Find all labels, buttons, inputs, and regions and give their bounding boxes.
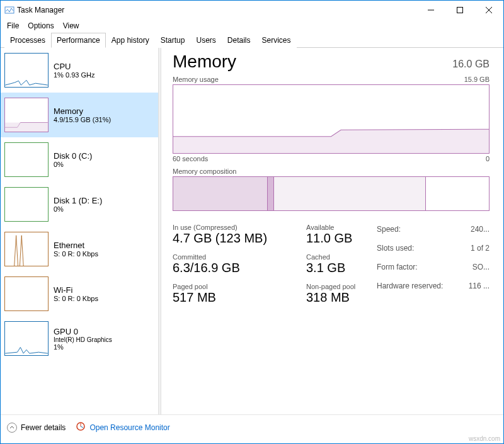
memory-usage-graph[interactable]	[173, 84, 490, 154]
footer: Fewer details Open Resource Monitor	[1, 414, 503, 440]
cpu-sub: 1% 0.93 GHz	[54, 71, 94, 79]
nonpaged-value: 318 MB	[306, 290, 369, 305]
tabstrip: Processes Performance App history Startu…	[1, 32, 503, 48]
svg-line-12	[81, 426, 83, 428]
wifi-thumb	[4, 276, 49, 311]
comp-free	[426, 177, 489, 210]
cached-value: 3.1 GB	[306, 261, 369, 275]
svg-line-9	[21, 236, 23, 266]
hwres-label: Hardware reserved:	[377, 282, 443, 290]
available-label: Available	[306, 224, 369, 231]
window-controls	[416, 1, 503, 20]
speed-label: Speed:	[377, 225, 401, 234]
sidebar-item-cpu[interactable]: CPU1% 0.93 GHz	[1, 48, 158, 93]
sidebar-item-disk0[interactable]: Disk 0 (C:)0%	[1, 137, 158, 182]
committed-value: 6.3/16.9 GB	[173, 261, 299, 275]
menubar: File Options View	[1, 20, 503, 32]
maximize-button[interactable]	[445, 1, 474, 20]
window-title: Task Manager	[17, 6, 64, 14]
memory-thumb	[4, 98, 49, 132]
disk0-sub: 0%	[54, 161, 92, 168]
eth-name: Ethernet	[54, 241, 98, 250]
gpu-name: GPU 0	[54, 327, 112, 336]
disk1-thumb	[4, 187, 49, 222]
disk0-name: Disk 0 (C:)	[54, 151, 92, 161]
task-manager-icon	[4, 5, 14, 15]
tab-details[interactable]: Details	[222, 33, 256, 48]
sidebar-item-disk1[interactable]: Disk 1 (D: E:)0%	[1, 182, 158, 227]
available-value: 11.0 GB	[306, 231, 369, 246]
inuse-label: In use (Compressed)	[173, 224, 299, 231]
disk1-sub: 0%	[54, 205, 102, 213]
titlebar[interactable]: Task Manager	[1, 1, 503, 20]
menu-view[interactable]: View	[63, 21, 79, 30]
sidebar-item-gpu[interactable]: GPU 0Intel(R) HD Graphics1%	[1, 316, 158, 361]
watermark: wsxdn.com	[469, 435, 500, 442]
detail-title: Memory	[173, 52, 236, 72]
gpu-thumb	[4, 321, 49, 356]
memory-sub: 4.9/15.9 GB (31%)	[54, 116, 111, 123]
detail-pane: Memory 16.0 GB Memory usage15.9 GB 60 se…	[161, 48, 503, 414]
perf-sidebar[interactable]: CPU1% 0.93 GHz Memory4.9/15.9 GB (31%) D…	[1, 48, 158, 414]
slots-label: Slots used:	[377, 244, 414, 253]
fewer-details-link[interactable]: Fewer details	[21, 423, 66, 432]
svg-rect-2	[457, 8, 463, 13]
close-button[interactable]	[474, 1, 503, 20]
cpu-name: CPU	[54, 62, 94, 71]
sidebar-item-ethernet[interactable]: EthernetS: 0 R: 0 Kbps	[1, 227, 158, 271]
minimize-button[interactable]	[416, 1, 445, 20]
comp-label: Memory composition	[173, 168, 236, 175]
svg-line-8	[20, 236, 21, 266]
wifi-name: Wi-Fi	[54, 285, 98, 295]
gpu-sub: Intel(R) HD Graphics	[54, 336, 112, 343]
memory-name: Memory	[54, 106, 111, 116]
tab-services[interactable]: Services	[256, 33, 297, 48]
disk0-thumb	[4, 142, 49, 177]
speed-value: 240...	[471, 225, 490, 234]
paged-label: Paged pool	[173, 283, 299, 290]
tab-processes[interactable]: Processes	[4, 33, 51, 48]
svg-rect-5	[5, 123, 47, 132]
inuse-value: 4.7 GB (123 MB)	[173, 231, 299, 246]
sidebar-item-wifi[interactable]: Wi-FiS: 0 R: 0 Kbps	[1, 271, 158, 316]
tab-users[interactable]: Users	[190, 33, 221, 48]
svg-line-6	[14, 236, 16, 266]
comp-standby	[274, 177, 425, 210]
tab-startup[interactable]: Startup	[155, 33, 191, 48]
committed-label: Committed	[173, 253, 299, 261]
menu-file[interactable]: File	[7, 21, 19, 30]
sidebar-item-memory[interactable]: Memory4.9/15.9 GB (31%)	[1, 93, 158, 137]
x-right: 0	[486, 155, 490, 162]
wifi-sub: S: 0 R: 0 Kbps	[54, 295, 98, 302]
disk1-name: Disk 1 (D: E:)	[54, 196, 102, 205]
svg-line-7	[16, 236, 18, 266]
resource-monitor-icon[interactable]	[76, 421, 86, 433]
formfactor-value: SO...	[472, 263, 490, 271]
gpu-sub2: 1%	[54, 343, 112, 351]
comp-inuse	[173, 177, 268, 210]
memory-composition-graph[interactable]	[173, 176, 490, 211]
eth-sub: S: 0 R: 0 Kbps	[54, 250, 98, 258]
resource-monitor-link[interactable]: Open Resource Monitor	[89, 423, 169, 432]
comp-modified	[268, 177, 274, 210]
cached-label: Cached	[306, 253, 369, 261]
slots-value: 1 of 2	[471, 244, 490, 253]
menu-options[interactable]: Options	[28, 21, 54, 30]
detail-total: 16.0 GB	[452, 59, 490, 70]
formfactor-label: Form factor:	[377, 263, 418, 271]
chevron-up-icon[interactable]	[7, 423, 17, 433]
content: CPU1% 0.93 GHz Memory4.9/15.9 GB (31%) D…	[1, 48, 503, 414]
tab-performance[interactable]: Performance	[51, 33, 106, 48]
paged-value: 517 MB	[173, 290, 299, 305]
nonpaged-label: Non-paged pool	[306, 283, 369, 290]
hwres-value: 116 ...	[469, 282, 490, 290]
eth-thumb	[4, 232, 49, 266]
tab-app-history[interactable]: App history	[106, 33, 155, 48]
cpu-thumb	[4, 53, 49, 88]
x-left: 60 seconds	[173, 155, 208, 162]
